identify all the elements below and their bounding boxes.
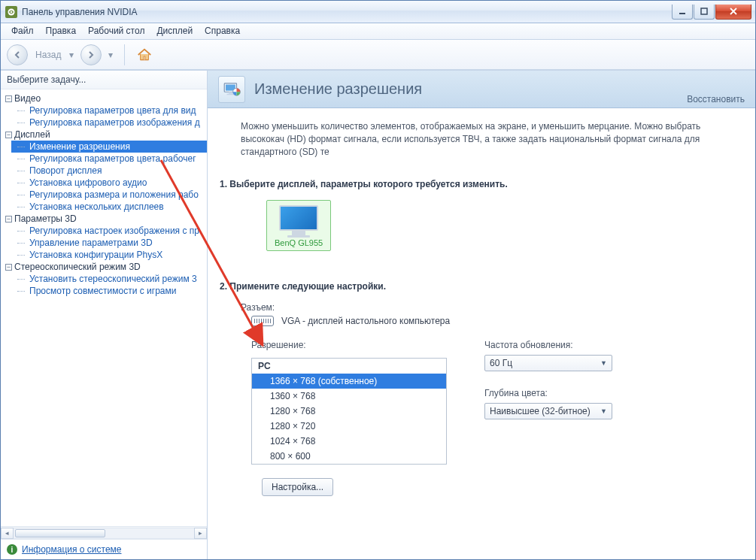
back-dropdown-icon[interactable]: ▾ [67,44,76,65]
sidebar-footer: i Информация о системе [1,539,207,559]
depth-select[interactable]: Наивысшее (32-битное) ▼ [484,403,612,419]
monitor-icon [279,205,318,237]
tree-item[interactable]: Установка цифрового аудио [11,177,207,189]
tree-item[interactable]: Установка конфигурации PhysX [11,249,207,261]
menu-display[interactable]: Дисплей [150,23,199,39]
tree-item[interactable]: Регулировка настроек изображения с пр [11,225,207,237]
vga-icon [251,316,274,326]
info-icon: i [7,544,17,555]
tree-item[interactable]: Установить стереоскопический режим 3 [11,273,207,285]
resolution-group-pc: PC [252,359,446,374]
app-window: Панель управления NVIDIA Файл Правка Раб… [0,0,756,560]
svg-rect-7 [229,92,232,93]
nav-toolbar: Назад ▾ ▾ [1,40,755,70]
customize-button[interactable]: Настройка... [262,478,333,496]
content-area: Изменение разрешения Восстановить Можно … [208,71,755,559]
refresh-select[interactable]: 60 Гц ▼ [484,355,612,371]
svg-rect-3 [701,8,707,14]
hscroll-track[interactable] [14,528,194,539]
resolution-item[interactable]: 1280 × 720 [252,419,446,434]
tree-item[interactable]: Регулировка параметров цвета для вид [11,104,207,117]
page-title: Изменение разрешения [254,80,678,98]
resolution-list[interactable]: PC 1366 × 768 (собственное)1360 × 768128… [251,358,447,465]
restore-link[interactable]: Восстановить [687,94,745,107]
refresh-label: Частота обновления: [484,340,612,350]
depth-value: Наивысшее (32-битное) [490,406,591,416]
connector-label: Разъем: [241,302,740,313]
resolution-item[interactable]: 1360 × 768 [252,389,446,404]
tree-item[interactable]: Изменение разрешения [11,141,207,153]
tree-collapse-icon[interactable]: − [5,264,12,271]
maximize-button[interactable] [694,5,715,20]
tree-item[interactable]: Установка нескольких дисплеев [11,201,207,213]
system-info-link[interactable]: Информация о системе [22,544,121,555]
app-icon [5,6,17,18]
resolution-item[interactable]: 1024 × 768 [252,434,446,449]
task-tree[interactable]: −ВидеоРегулировка параметров цвета для в… [1,89,207,526]
page-body: Можно уменьшить количество элементов, от… [208,108,755,559]
hscroll-right-button[interactable]: ▸ [194,528,207,539]
forward-button[interactable] [80,44,102,65]
svg-point-1 [11,11,13,13]
tree-collapse-icon[interactable]: − [5,95,12,102]
resolution-item[interactable]: 1280 × 768 [252,404,446,419]
tree-group-text: Стереоскопический режим 3D [14,262,141,272]
display-name: BenQ GL955 [275,238,323,247]
resolution-label: Разрешение: [251,340,447,350]
tree-group-text: Параметры 3D [14,213,77,224]
tree-collapse-icon[interactable]: − [5,216,12,222]
tree-group-label[interactable]: −Стереоскопический режим 3D [1,261,207,273]
svg-rect-2 [679,13,685,14]
depth-label: Глубина цвета: [484,388,612,398]
menubar: Файл Правка Рабочий стол Дисплей Справка [1,23,755,40]
menu-edit[interactable]: Правка [40,23,83,39]
sidebar-hscrollbar[interactable]: ◂ ▸ [1,526,207,539]
svg-rect-4 [141,59,149,60]
titlebar: Панель управления NVIDIA [1,1,755,23]
sidebar: Выберите задачу... −ВидеоРегулировка пар… [1,71,208,559]
home-button[interactable] [134,44,155,65]
tree-item[interactable]: Поворот дисплея [11,165,207,177]
forward-dropdown-icon[interactable]: ▾ [106,44,115,65]
tree-group-label[interactable]: −Параметры 3D [1,213,207,225]
minimize-button[interactable] [672,5,693,20]
resolution-item[interactable]: 800 × 600 [252,449,446,464]
tree-item[interactable]: Управление параметрами 3D [11,237,207,249]
tree-group-text: Дисплей [14,129,50,140]
close-button[interactable] [715,5,751,20]
dropdown-caret-icon: ▼ [600,407,607,415]
tree-item[interactable]: Регулировка параметров цвета рабочег [11,153,207,165]
connector-value: VGA - дисплей настольного компьютера [281,316,450,326]
window-title: Панель управления NVIDIA [22,7,671,17]
tree-group-text: Видео [14,93,41,104]
tree-item[interactable]: Регулировка размера и положения рабо [11,189,207,201]
svg-rect-8 [227,93,235,95]
back-label: Назад [35,50,61,60]
window-buttons [671,5,751,20]
refresh-value: 60 Гц [490,358,512,368]
menu-file[interactable]: Файл [5,23,40,39]
toolbar-separator [124,44,125,65]
page-intro: Можно уменьшить количество элементов, от… [241,120,740,158]
hscroll-left-button[interactable]: ◂ [1,528,14,539]
step1-title: 1. Выберите дисплей, параметры которого … [220,179,740,189]
menu-desktop[interactable]: Рабочий стол [82,23,150,39]
tree-collapse-icon[interactable]: − [5,132,12,138]
back-button[interactable] [7,44,28,65]
resolution-item[interactable]: 1366 × 768 (собственное) [252,374,446,389]
sidebar-header: Выберите задачу... [1,71,207,89]
workspace: Выберите задачу... −ВидеоРегулировка пар… [1,70,755,559]
tree-item[interactable]: Просмотр совместимости с играми [11,285,207,297]
dropdown-caret-icon: ▼ [600,359,607,367]
hscroll-thumb[interactable] [15,529,105,537]
tree-group-label[interactable]: −Видео [1,92,207,104]
tree-item[interactable]: Регулировка параметров изображения д [11,117,207,129]
page-icon [218,76,245,103]
tree-group-label[interactable]: −Дисплей [1,129,207,141]
display-card[interactable]: BenQ GL955 [266,200,331,251]
page-header: Изменение разрешения Восстановить [208,71,755,108]
menu-help[interactable]: Справка [199,23,246,39]
step2-title: 2. Примените следующие настройки. [220,281,740,292]
